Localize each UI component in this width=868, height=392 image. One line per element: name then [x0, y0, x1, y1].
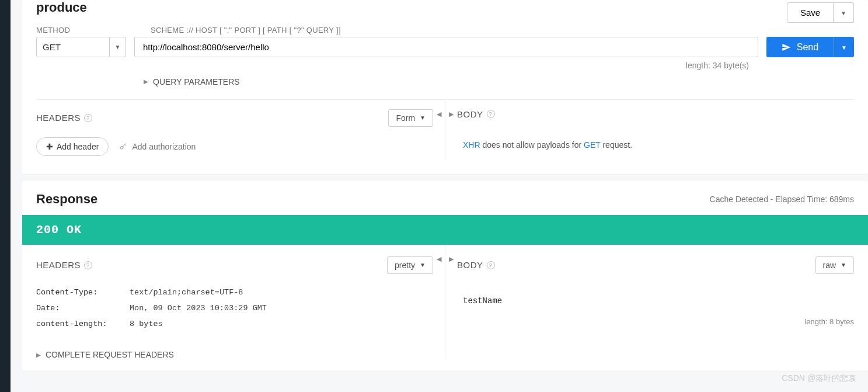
response-body-length: length: 8 bytes: [457, 317, 854, 326]
header-row: Content-Type:text/plain;charset=UTF-8: [36, 285, 433, 300]
caret-down-icon: ▼: [841, 44, 847, 51]
send-button[interactable]: Send: [766, 37, 834, 57]
left-rail: [0, 0, 11, 392]
query-params-toggle[interactable]: ▶ QUERY PARAMETERS: [144, 77, 240, 86]
collapse-right-icon[interactable]: ▶: [449, 110, 454, 118]
response-headers-label: HEADERS ?: [36, 260, 92, 270]
method-caret-icon: ▼: [109, 37, 126, 57]
caret-down-icon: ▼: [841, 262, 846, 268]
request-body-label: BODY ?: [457, 109, 495, 119]
headers-form-select[interactable]: Form ▼: [388, 109, 433, 127]
save-button-group: Save ▼: [787, 2, 854, 23]
svg-point-0: [121, 146, 124, 149]
collapse-left-icon[interactable]: ◀: [437, 110, 441, 118]
status-bar: 200 OK: [22, 215, 868, 245]
key-icon: [119, 143, 127, 151]
headers-pretty-select[interactable]: pretty ▼: [387, 256, 433, 274]
url-input[interactable]: [134, 37, 758, 57]
caret-down-icon: ▼: [420, 262, 426, 268]
add-authorization-button[interactable]: Add authorization: [119, 142, 196, 151]
plus-icon: ✚: [46, 142, 53, 151]
add-header-button[interactable]: ✚ Add header: [36, 137, 109, 156]
response-meta: Cache Detected - Elapsed Time: 689ms: [710, 195, 854, 204]
header-row: content-length:8 bytes: [36, 316, 433, 332]
body-restriction-message: XHR does not allow payloads for GET requ…: [457, 130, 854, 160]
send-dropdown-button[interactable]: ▼: [834, 37, 854, 57]
response-body-label: BODY ?: [457, 260, 495, 270]
triangle-right-icon: ▶: [144, 78, 148, 85]
request-panel: produce Save ▼ METHOD SCHEME :// HOST [ …: [22, 0, 868, 174]
url-length-text: length: 34 byte(s): [36, 61, 854, 70]
response-headers-table: Content-Type:text/plain;charset=UTF-8 Da…: [36, 285, 433, 332]
response-panel: Response Cache Detected - Elapsed Time: …: [22, 181, 868, 372]
send-label: Send: [797, 42, 818, 53]
method-label: METHOD: [36, 26, 134, 34]
method-select[interactable]: GET ▼: [36, 37, 126, 57]
caret-down-icon: ▼: [841, 10, 846, 16]
help-icon[interactable]: ?: [487, 261, 495, 269]
request-title: produce: [36, 0, 87, 15]
save-button[interactable]: Save: [787, 2, 834, 23]
collapse-right-icon[interactable]: ▶: [449, 255, 454, 263]
help-icon[interactable]: ?: [487, 110, 495, 118]
query-params-label: QUERY PARAMETERS: [153, 77, 240, 86]
method-value: GET: [37, 37, 109, 57]
save-dropdown-button[interactable]: ▼: [834, 2, 854, 23]
help-icon[interactable]: ?: [84, 261, 92, 269]
response-body-content: testName: [457, 285, 854, 317]
caret-down-icon: ▼: [420, 115, 426, 121]
header-row: Date:Mon, 09 Oct 2023 10:03:29 GMT: [36, 300, 433, 316]
collapse-left-icon[interactable]: ◀: [437, 255, 441, 263]
help-icon[interactable]: ?: [84, 114, 92, 122]
url-label: SCHEME :// HOST [ ":" PORT ] [ PATH [ "?…: [134, 26, 854, 34]
body-raw-select[interactable]: raw ▼: [815, 256, 854, 274]
triangle-right-icon: ▶: [36, 352, 41, 358]
request-headers-label: HEADERS ?: [36, 113, 92, 123]
complete-request-headers-toggle[interactable]: ▶ COMPLETE REQUEST HEADERS: [36, 350, 174, 359]
response-title: Response: [36, 192, 97, 207]
paper-plane-icon: [782, 43, 791, 52]
